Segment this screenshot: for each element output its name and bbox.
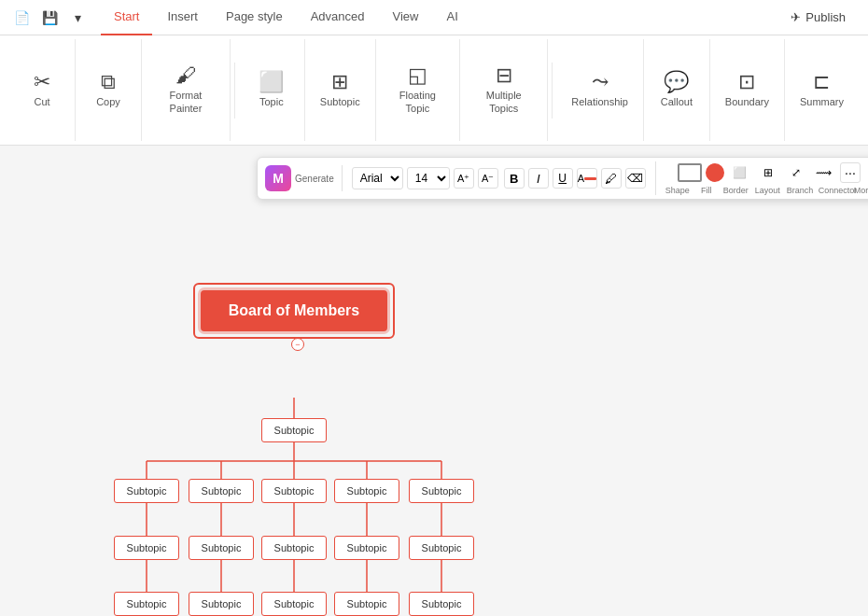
multiple-topics-icon: ⊟: [496, 65, 512, 86]
subtopic-node-r3c0[interactable]: Subtopic: [114, 592, 179, 616]
publish-icon: ✈: [791, 10, 801, 24]
root-node-label: Board of Members: [229, 302, 359, 319]
mindmap-logo: M: [265, 165, 291, 191]
subtopic-node-r1c0[interactable]: Subtopic: [114, 479, 179, 503]
subtopic-node-single[interactable]: Subtopic: [261, 418, 327, 442]
font-size-select[interactable]: 14: [407, 167, 450, 189]
summary-label: Summary: [800, 96, 844, 108]
callout-label: Callout: [661, 96, 693, 108]
floating-topic-label: Floating Topic: [391, 90, 445, 114]
boundary-button[interactable]: ⊡ Boundary: [718, 66, 777, 114]
fill-label: Fill: [697, 186, 716, 195]
tab-ai[interactable]: AI: [433, 0, 470, 35]
subtopic-node-r3c3[interactable]: Subtopic: [334, 592, 399, 616]
tab-view[interactable]: View: [380, 0, 432, 35]
font-color-button[interactable]: A: [577, 168, 597, 189]
font-size-increase-button[interactable]: A⁺: [454, 168, 474, 189]
subtopic-node-r3c2[interactable]: Subtopic: [261, 592, 327, 616]
float-labels-row: Shape Fill Border Layout Branch Connecto…: [665, 186, 868, 195]
boundary-label: Boundary: [725, 96, 769, 108]
publish-label: Publish: [805, 10, 846, 24]
float-shape-section: ⬜ ⊞ ⤢ ⟿ ··· Shape Fill Border Layout Bra…: [665, 162, 868, 195]
subtopic-node-r3c4[interactable]: Subtopic: [409, 592, 474, 616]
subtopic-node-r1c3[interactable]: Subtopic: [334, 479, 399, 503]
cut-button[interactable]: ✂ Cut: [17, 66, 67, 114]
floating-topic-button[interactable]: ◱ Floating Topic: [384, 60, 453, 119]
subtopic-icon: ⊞: [331, 72, 348, 92]
shape-label: Shape: [665, 186, 690, 195]
new-file-icon[interactable]: 📄: [9, 6, 34, 30]
relationship-button[interactable]: ⤳ Relationship: [564, 66, 636, 114]
fill-color-button[interactable]: [706, 163, 724, 182]
canvas[interactable]: M Generate Arial 14 A⁺ A⁻ B I U A 🖊 ⌫: [0, 146, 868, 616]
layout-button[interactable]: ⊞: [756, 162, 780, 183]
tab-page-style[interactable]: Page style: [213, 0, 296, 35]
border-icon: ⬜: [733, 166, 747, 179]
floating-topic-icon: ◱: [408, 65, 427, 86]
layout-icon: ⊞: [763, 166, 773, 179]
subtopic-node-r2c1[interactable]: Subtopic: [189, 536, 254, 560]
main-toolbar: ✂ Cut ⧉ Copy 🖌 Format Painter ⬜ Topic ⊞ …: [0, 35, 868, 146]
copy-button[interactable]: ⧉ Copy: [83, 66, 133, 114]
collapse-button[interactable]: −: [291, 338, 304, 351]
menu-quick-access: 📄 💾 ▾: [9, 6, 90, 30]
root-node[interactable]: Board of Members: [201, 290, 387, 331]
subtopic-label: Subtopic: [320, 96, 360, 108]
eraser-button[interactable]: ⌫: [625, 168, 646, 189]
bold-button[interactable]: B: [504, 168, 525, 189]
subtopic-node-r2c0[interactable]: Subtopic: [114, 536, 179, 560]
float-toolbar: M Generate Arial 14 A⁺ A⁻ B I U A 🖊 ⌫: [257, 157, 868, 200]
font-size-decrease-button[interactable]: A⁻: [478, 168, 498, 189]
boundary-icon: ⊡: [738, 72, 755, 92]
border-button[interactable]: ⬜: [728, 162, 752, 183]
dropdown-icon[interactable]: ▾: [65, 6, 90, 30]
highlight-button[interactable]: 🖊: [601, 168, 622, 189]
subtopic-button[interactable]: ⊞ Subtopic: [313, 66, 368, 114]
italic-button[interactable]: I: [528, 168, 549, 189]
connector-icon: ⟿: [816, 166, 832, 179]
subtopic-node-r2c2[interactable]: Subtopic: [261, 536, 327, 560]
subtopic-node-r1c2[interactable]: Subtopic: [261, 479, 327, 503]
cut-icon: ✂: [34, 72, 50, 92]
font-select[interactable]: Arial: [352, 167, 403, 189]
summary-button[interactable]: ⊏ Summary: [792, 66, 851, 114]
format-painter-button[interactable]: 🖌 Format Painter: [149, 60, 222, 119]
float-toolbar-font-row: Arial 14 A⁺ A⁻: [352, 167, 498, 189]
subtopic-node-r1c1[interactable]: Subtopic: [189, 479, 254, 503]
float-toolbar-format-row: B I U A 🖊 ⌫: [504, 168, 646, 189]
multiple-topics-label: Multiple Topics: [475, 90, 532, 114]
toolbar-group-format-painter: 🖌 Format Painter: [142, 39, 231, 141]
summary-icon: ⊏: [813, 72, 830, 92]
toolbar-group-subtopic: ⊞ Subtopic: [305, 39, 376, 141]
topic-icon: ⬜: [259, 72, 284, 92]
layout-label: Layout: [755, 186, 779, 195]
callout-button[interactable]: 💬 Callout: [651, 66, 702, 114]
border-label: Border: [723, 186, 748, 195]
tab-advanced[interactable]: Advanced: [298, 0, 378, 35]
connector-lines: [0, 146, 653, 616]
subtopic-node-r2c3[interactable]: Subtopic: [334, 536, 399, 560]
tab-start[interactable]: Start: [101, 0, 152, 35]
more-button[interactable]: ···: [840, 162, 861, 183]
toolbar-group-relationship: ⤳ Relationship: [556, 39, 644, 141]
subtopic-node-r1c4[interactable]: Subtopic: [409, 479, 474, 503]
underline-button[interactable]: U: [553, 168, 573, 189]
toolbar-group-copy: ⧉ Copy: [76, 39, 142, 141]
shape-selector[interactable]: [678, 163, 702, 182]
divider-2: [552, 63, 553, 119]
toolbar-group-floating-topic: ◱ Floating Topic: [376, 39, 461, 141]
menu-bar: 📄 💾 ▾ Start Insert Page style Advanced V…: [0, 0, 868, 35]
topic-button[interactable]: ⬜ Topic: [246, 66, 297, 114]
multiple-topics-button[interactable]: ⊟ Multiple Topics: [468, 60, 539, 119]
format-painter-label: Format Painter: [157, 90, 215, 114]
subtopic-node-r3c1[interactable]: Subtopic: [189, 592, 254, 616]
publish-button[interactable]: ✈ Publish: [777, 6, 859, 29]
connector-button[interactable]: ⟿: [812, 162, 836, 183]
save-icon[interactable]: 💾: [37, 6, 62, 30]
subtopic-node-r2c4[interactable]: Subtopic: [409, 536, 474, 560]
connector-label: Connector: [819, 186, 843, 195]
tab-insert[interactable]: Insert: [154, 0, 211, 35]
branch-button[interactable]: ⤢: [784, 162, 808, 183]
topic-label: Topic: [259, 96, 284, 108]
menu-tabs: Start Insert Page style Advanced View AI: [101, 0, 471, 35]
